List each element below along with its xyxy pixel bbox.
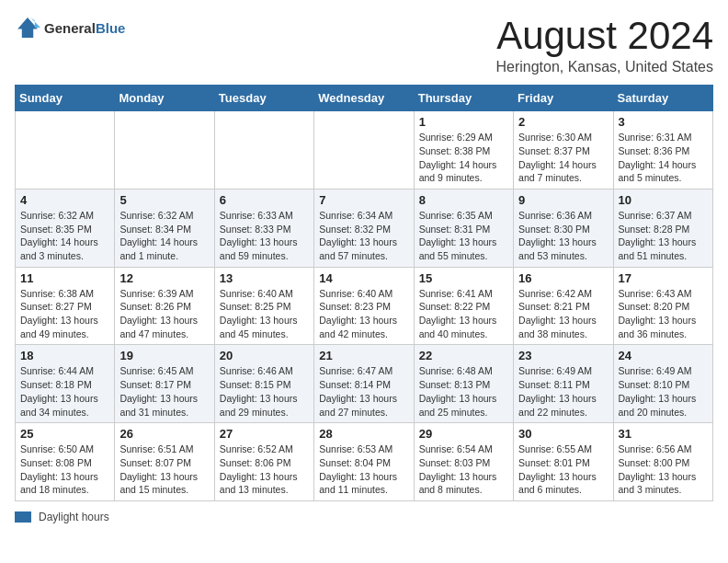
day-info: Sunrise: 6:53 AM Sunset: 8:04 PM Dayligh… bbox=[319, 442, 408, 497]
calendar-cell: 11Sunrise: 6:38 AM Sunset: 8:27 PM Dayli… bbox=[16, 267, 115, 345]
day-number: 15 bbox=[419, 271, 508, 285]
day-number: 10 bbox=[619, 193, 708, 207]
calendar-cell: 15Sunrise: 6:41 AM Sunset: 8:22 PM Dayli… bbox=[414, 267, 513, 345]
day-info: Sunrise: 6:32 AM Sunset: 8:35 PM Dayligh… bbox=[20, 209, 109, 263]
calendar-cell: 23Sunrise: 6:49 AM Sunset: 8:11 PM Dayli… bbox=[514, 345, 613, 423]
title-block: August 2024 Herington, Kansas, United St… bbox=[495, 15, 713, 75]
day-number: 27 bbox=[220, 427, 309, 441]
calendar-cell: 30Sunrise: 6:55 AM Sunset: 8:01 PM Dayli… bbox=[514, 423, 613, 501]
calendar-cell: 12Sunrise: 6:39 AM Sunset: 8:26 PM Dayli… bbox=[115, 267, 214, 345]
calendar-cell: 4Sunrise: 6:32 AM Sunset: 8:35 PM Daylig… bbox=[16, 189, 115, 267]
day-info: Sunrise: 6:44 AM Sunset: 8:18 PM Dayligh… bbox=[20, 364, 109, 419]
day-number: 11 bbox=[20, 271, 109, 285]
day-number: 22 bbox=[419, 349, 508, 362]
day-info: Sunrise: 6:31 AM Sunset: 8:36 PM Dayligh… bbox=[619, 131, 708, 185]
logo: GeneralBlue bbox=[15, 15, 125, 40]
calendar-cell: 10Sunrise: 6:37 AM Sunset: 8:28 PM Dayli… bbox=[613, 189, 712, 267]
day-info: Sunrise: 6:29 AM Sunset: 8:38 PM Dayligh… bbox=[419, 131, 508, 185]
day-number: 6 bbox=[220, 193, 309, 207]
day-info: Sunrise: 6:40 AM Sunset: 8:23 PM Dayligh… bbox=[319, 287, 408, 341]
calendar-day-header: Friday bbox=[514, 86, 613, 111]
calendar-cell: 9Sunrise: 6:36 AM Sunset: 8:30 PM Daylig… bbox=[514, 189, 613, 267]
day-info: Sunrise: 6:49 AM Sunset: 8:11 PM Dayligh… bbox=[518, 364, 608, 419]
calendar-cell: 16Sunrise: 6:42 AM Sunset: 8:21 PM Dayli… bbox=[514, 267, 613, 345]
day-info: Sunrise: 6:49 AM Sunset: 8:10 PM Dayligh… bbox=[619, 364, 708, 419]
day-info: Sunrise: 6:36 AM Sunset: 8:30 PM Dayligh… bbox=[518, 209, 608, 263]
calendar-week-row: 1Sunrise: 6:29 AM Sunset: 8:38 PM Daylig… bbox=[16, 111, 713, 190]
calendar-header-row: SundayMondayTuesdayWednesdayThursdayFrid… bbox=[16, 86, 713, 111]
calendar-cell: 3Sunrise: 6:31 AM Sunset: 8:36 PM Daylig… bbox=[613, 111, 712, 190]
calendar-cell: 19Sunrise: 6:45 AM Sunset: 8:17 PM Dayli… bbox=[115, 345, 214, 423]
logo-blue: Blue bbox=[96, 20, 126, 36]
calendar-day-header: Monday bbox=[115, 86, 214, 111]
day-info: Sunrise: 6:46 AM Sunset: 8:15 PM Dayligh… bbox=[220, 364, 309, 419]
day-info: Sunrise: 6:45 AM Sunset: 8:17 PM Dayligh… bbox=[119, 364, 209, 419]
day-number: 19 bbox=[119, 349, 209, 362]
day-number: 23 bbox=[518, 349, 608, 362]
calendar-cell: 25Sunrise: 6:50 AM Sunset: 8:08 PM Dayli… bbox=[16, 423, 115, 501]
calendar-cell: 21Sunrise: 6:47 AM Sunset: 8:14 PM Dayli… bbox=[314, 345, 414, 423]
day-number: 16 bbox=[518, 271, 608, 285]
location: Herington, Kansas, United States bbox=[495, 59, 713, 75]
day-number: 26 bbox=[119, 427, 209, 441]
calendar-cell: 6Sunrise: 6:33 AM Sunset: 8:33 PM Daylig… bbox=[214, 189, 313, 267]
day-info: Sunrise: 6:42 AM Sunset: 8:21 PM Dayligh… bbox=[518, 287, 608, 341]
day-info: Sunrise: 6:48 AM Sunset: 8:13 PM Dayligh… bbox=[419, 364, 508, 419]
day-info: Sunrise: 6:38 AM Sunset: 8:27 PM Dayligh… bbox=[20, 287, 109, 341]
day-number: 8 bbox=[419, 193, 508, 207]
day-info: Sunrise: 6:30 AM Sunset: 8:37 PM Dayligh… bbox=[518, 131, 608, 185]
day-info: Sunrise: 6:33 AM Sunset: 8:33 PM Dayligh… bbox=[220, 209, 309, 263]
logo-text: GeneralBlue bbox=[44, 20, 125, 36]
calendar-day-header: Sunday bbox=[16, 86, 115, 111]
day-number: 1 bbox=[419, 115, 508, 129]
day-info: Sunrise: 6:50 AM Sunset: 8:08 PM Dayligh… bbox=[20, 442, 109, 497]
calendar-cell: 22Sunrise: 6:48 AM Sunset: 8:13 PM Dayli… bbox=[414, 345, 513, 423]
day-number: 21 bbox=[319, 349, 408, 362]
calendar-cell: 5Sunrise: 6:32 AM Sunset: 8:34 PM Daylig… bbox=[115, 189, 214, 267]
day-info: Sunrise: 6:40 AM Sunset: 8:25 PM Dayligh… bbox=[220, 287, 309, 341]
calendar-cell: 7Sunrise: 6:34 AM Sunset: 8:32 PM Daylig… bbox=[314, 189, 414, 267]
calendar-day-header: Wednesday bbox=[314, 86, 414, 111]
legend-label: Daylight hours bbox=[39, 511, 109, 523]
day-info: Sunrise: 6:32 AM Sunset: 8:34 PM Dayligh… bbox=[119, 209, 209, 263]
calendar-cell bbox=[115, 111, 214, 190]
logo-general: General bbox=[44, 20, 96, 36]
calendar-table: SundayMondayTuesdayWednesdayThursdayFrid… bbox=[15, 85, 713, 501]
day-number: 30 bbox=[518, 427, 608, 441]
day-number: 25 bbox=[20, 427, 109, 441]
day-number: 20 bbox=[220, 349, 309, 362]
calendar-cell: 31Sunrise: 6:56 AM Sunset: 8:00 PM Dayli… bbox=[613, 423, 712, 501]
day-info: Sunrise: 6:52 AM Sunset: 8:06 PM Dayligh… bbox=[220, 442, 309, 497]
calendar-cell: 20Sunrise: 6:46 AM Sunset: 8:15 PM Dayli… bbox=[214, 345, 313, 423]
calendar-cell: 14Sunrise: 6:40 AM Sunset: 8:23 PM Dayli… bbox=[314, 267, 414, 345]
day-number: 2 bbox=[518, 115, 608, 129]
day-info: Sunrise: 6:41 AM Sunset: 8:22 PM Dayligh… bbox=[419, 287, 508, 341]
calendar-cell: 17Sunrise: 6:43 AM Sunset: 8:20 PM Dayli… bbox=[613, 267, 712, 345]
calendar-cell: 24Sunrise: 6:49 AM Sunset: 8:10 PM Dayli… bbox=[613, 345, 712, 423]
day-number: 9 bbox=[518, 193, 608, 207]
day-number: 14 bbox=[319, 271, 408, 285]
calendar-week-row: 11Sunrise: 6:38 AM Sunset: 8:27 PM Dayli… bbox=[16, 267, 713, 345]
calendar-week-row: 25Sunrise: 6:50 AM Sunset: 8:08 PM Dayli… bbox=[16, 423, 713, 501]
day-number: 24 bbox=[619, 349, 708, 362]
day-number: 3 bbox=[619, 115, 708, 129]
logo-icon bbox=[15, 15, 40, 40]
day-info: Sunrise: 6:56 AM Sunset: 8:00 PM Dayligh… bbox=[619, 442, 708, 497]
day-number: 5 bbox=[119, 193, 209, 207]
page-header: GeneralBlue August 2024 Herington, Kansa… bbox=[15, 15, 713, 75]
day-number: 13 bbox=[220, 271, 309, 285]
calendar-cell: 2Sunrise: 6:30 AM Sunset: 8:37 PM Daylig… bbox=[514, 111, 613, 190]
calendar-cell: 28Sunrise: 6:53 AM Sunset: 8:04 PM Dayli… bbox=[314, 423, 414, 501]
day-info: Sunrise: 6:37 AM Sunset: 8:28 PM Dayligh… bbox=[619, 209, 708, 263]
day-info: Sunrise: 6:51 AM Sunset: 8:07 PM Dayligh… bbox=[119, 442, 209, 497]
day-number: 29 bbox=[419, 427, 508, 441]
calendar-cell: 18Sunrise: 6:44 AM Sunset: 8:18 PM Dayli… bbox=[16, 345, 115, 423]
day-number: 4 bbox=[20, 193, 109, 207]
calendar-cell: 13Sunrise: 6:40 AM Sunset: 8:25 PM Dayli… bbox=[214, 267, 313, 345]
calendar-cell: 8Sunrise: 6:35 AM Sunset: 8:31 PM Daylig… bbox=[414, 189, 513, 267]
day-info: Sunrise: 6:35 AM Sunset: 8:31 PM Dayligh… bbox=[419, 209, 508, 263]
calendar-cell: 26Sunrise: 6:51 AM Sunset: 8:07 PM Dayli… bbox=[115, 423, 214, 501]
calendar-cell bbox=[214, 111, 313, 190]
day-info: Sunrise: 6:47 AM Sunset: 8:14 PM Dayligh… bbox=[319, 364, 408, 419]
day-number: 12 bbox=[119, 271, 209, 285]
